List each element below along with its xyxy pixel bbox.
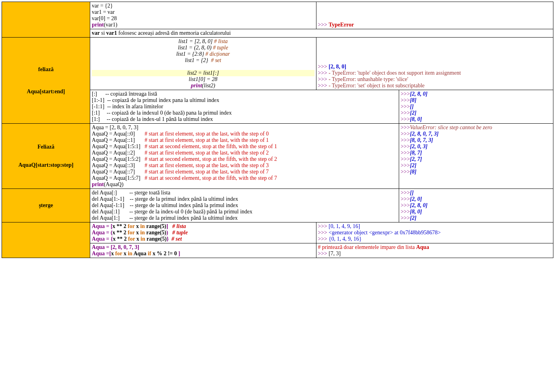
row1-code: var = {2}var1 = varvar[0] = 28print(var1… [90,2,316,29]
row3-code: Aqua = [2, 8, 0, 7, 3]AquaQ = Aqua[::0] … [90,124,399,189]
row3-hdr2: AquaQ[start:stop:step] [4,162,88,168]
python-reference-table: var = {2}var1 = varvar[0] = 28print(var1… [2,2,553,258]
row2-header: feliază Aqua[start:end] [2,38,90,124]
row1-note: var si var1 folosesc aceeași adresă din … [90,29,553,38]
row3-hdr1: Feliază [4,144,88,150]
row2-output: >>> [2, 8, 0]>>> - TypeError: 'tuple' ob… [316,38,553,90]
row5-output2: # printează doar elementele impare din l… [316,243,553,258]
row2-hdr2: Aqua[start:end] [4,89,88,95]
row5-output: >>> [0, 1, 4, 9, 16]>>> <generator objec… [316,222,553,243]
row1-output: >>> TypeError [316,2,553,29]
row3-header: Feliază AquaQ[start:stop:step] [2,124,90,189]
row2-code: list1 = [2, 8, 0] # listalist1 = (2, 8, … [90,38,316,90]
row5-code: Aqua = [x ** 2 for x in range(5)] # list… [90,222,316,243]
row2-hdr1: feliază [4,66,88,73]
row2-slice-code: [:] -- copiază întreaga listă[1:-1] -- c… [90,90,399,124]
row2-slice-output: >>>[2, 8, 0]>>>[8]>>>[]>>>[2]>>>[8, 0] [399,90,553,124]
row4-output: >>>[]>>>[2, 0]>>>[2, 8, 0]>>>[8, 0]>>>[2… [399,189,553,222]
row3-output: >>>ValueError: slice step cannot be zero… [399,124,553,189]
row4-header: șterge [2,189,90,222]
row4-code: del Aqua[:] -- șterge toată listadel Aqu… [90,189,399,222]
row1-header [2,2,90,38]
row5-header [2,222,90,258]
row5-code2: Aqua = [2, 8, 0, 7, 3]Aqua =[x for x in … [90,243,316,258]
